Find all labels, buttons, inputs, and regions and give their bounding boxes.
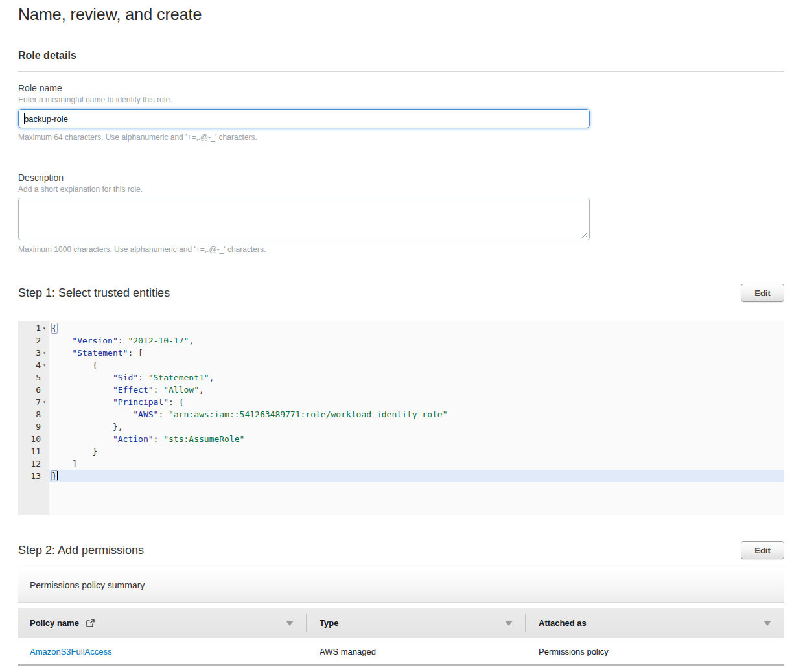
editor-line[interactable]: 10 "Action": "sts:AssumeRole" — [18, 433, 784, 445]
editor-cursor — [57, 471, 58, 480]
policy-name-header-label: Policy name — [30, 618, 79, 628]
fold-arrow-icon[interactable]: ▾ — [41, 359, 49, 371]
policy-name-cell: AmazonS3FullAccess — [18, 647, 307, 656]
step2-header-row: Step 2: Add permissions Edit — [18, 541, 784, 559]
fold-arrow-icon[interactable]: ▾ — [41, 347, 49, 359]
code-text: { — [49, 359, 784, 371]
fold-arrow-icon[interactable]: ▾ — [41, 322, 49, 334]
page-title: Name, review, and create — [18, 5, 784, 24]
attached-as-cell: Permissions policy — [526, 647, 784, 656]
line-number: 9 — [18, 421, 49, 433]
role-name-hint: Enter a meaningful name to identify this… — [18, 95, 784, 104]
role-name-value: backup-role — [24, 114, 68, 124]
line-number: 2 — [18, 334, 49, 347]
table-row: AmazonS3FullAccess AWS managed Permissio… — [18, 638, 784, 666]
description-textarea[interactable] — [18, 198, 590, 240]
permissions-summary-title: Permissions policy summary — [30, 580, 145, 590]
permissions-panel: Permissions policy summary Policy name — [18, 568, 784, 666]
editor-line[interactable]: 7▾ "Principal": { — [18, 396, 784, 408]
description-constraint: Maximum 1000 characters. Use alphanumeri… — [18, 245, 784, 254]
line-number: 10 — [18, 433, 49, 445]
type-column-header[interactable]: Type — [307, 608, 526, 638]
permissions-table-header: Policy name Type — [18, 608, 784, 638]
step1-edit-button[interactable]: Edit — [741, 284, 784, 302]
line-number: 13 — [18, 470, 49, 482]
editor-line[interactable]: 4▾ { — [18, 359, 784, 371]
attached-as-header-label: Attached as — [539, 618, 587, 628]
role-name-input[interactable]: backup-role — [18, 109, 590, 128]
description-hint: Add a short explanation for this role. — [18, 185, 784, 194]
code-text: ] — [49, 458, 784, 470]
line-number: 12 — [18, 458, 49, 470]
description-label: Description — [18, 172, 784, 183]
name-review-create-page: Name, review, and create Role details Ro… — [0, 0, 805, 666]
editor-line[interactable]: 1▾{ — [18, 322, 784, 334]
step1-header-row: Step 1: Select trusted entities Edit — [18, 284, 784, 302]
editor-line[interactable]: 12 ] — [18, 458, 784, 470]
fold-arrow-icon[interactable]: ▾ — [41, 396, 49, 408]
policy-name-column-header[interactable]: Policy name — [18, 608, 307, 638]
type-header-label: Type — [320, 618, 338, 628]
step2-heading: Step 2: Add permissions — [18, 544, 144, 557]
code-text: "Principal": { — [49, 396, 784, 408]
line-number: 5 — [18, 371, 49, 384]
role-name-constraint: Maximum 64 characters. Use alphanumeric … — [18, 133, 784, 142]
editor-line[interactable]: 6 "Effect": "Allow", — [18, 384, 784, 396]
code-text: "Effect": "Allow", — [49, 384, 784, 396]
editor-line[interactable]: 5 "Sid": "Statement1", — [18, 371, 784, 384]
line-number: 4▾ — [18, 359, 49, 371]
code-text: "Sid": "Statement1", — [49, 371, 784, 384]
role-name-label: Role name — [18, 83, 784, 93]
type-sort-icon[interactable] — [505, 621, 513, 626]
trust-policy-editor[interactable]: 1▾{2 "Version": "2012-10-17",3▾ "Stateme… — [18, 321, 784, 515]
policy-name-sort-icon[interactable] — [286, 621, 294, 626]
code-text: { — [49, 322, 784, 334]
code-text: "Action": "sts:AssumeRole" — [49, 433, 784, 445]
permissions-table: Policy name Type — [18, 608, 784, 666]
line-number: 7▾ — [18, 396, 49, 408]
policy-name-link[interactable]: AmazonS3FullAccess — [30, 647, 111, 656]
editor-line[interactable]: 8 "AWS": "arn:aws:iam::541263489771:role… — [18, 408, 784, 421]
line-number: 6 — [18, 384, 49, 396]
attached-as-sort-icon[interactable] — [764, 621, 771, 626]
code-text: "Version": "2012-10-17", — [49, 334, 784, 347]
line-number: 3▾ — [18, 347, 49, 359]
type-cell: AWS managed — [307, 647, 526, 656]
description-textarea-wrap — [18, 198, 590, 240]
role-details-heading: Role details — [18, 50, 784, 62]
resize-grip-icon[interactable] — [581, 232, 588, 238]
line-number: 1▾ — [18, 322, 49, 334]
editor-line[interactable]: 13} — [18, 470, 784, 482]
line-number: 8 — [18, 408, 49, 421]
step1-heading: Step 1: Select trusted entities — [18, 286, 170, 300]
code-text: } — [49, 470, 784, 482]
code-text: }, — [49, 421, 784, 433]
code-text: "Statement": [ — [49, 347, 784, 359]
editor-line[interactable]: 3▾ "Statement": [ — [18, 347, 784, 359]
code-text: "AWS": "arn:aws:iam::541263489771:role/w… — [49, 408, 784, 421]
attached-as-column-header[interactable]: Attached as — [526, 608, 784, 638]
editor-line[interactable]: 11 } — [18, 445, 784, 458]
code-text: } — [49, 445, 784, 458]
line-number: 11 — [18, 445, 49, 458]
editor-line[interactable]: 9 }, — [18, 421, 784, 433]
step2-edit-button[interactable]: Edit — [741, 541, 784, 559]
section-divider — [18, 71, 784, 72]
external-link-icon — [86, 619, 95, 627]
permissions-summary-header: Permissions policy summary — [18, 568, 784, 603]
editor-line[interactable]: 2 "Version": "2012-10-17", — [18, 334, 784, 347]
